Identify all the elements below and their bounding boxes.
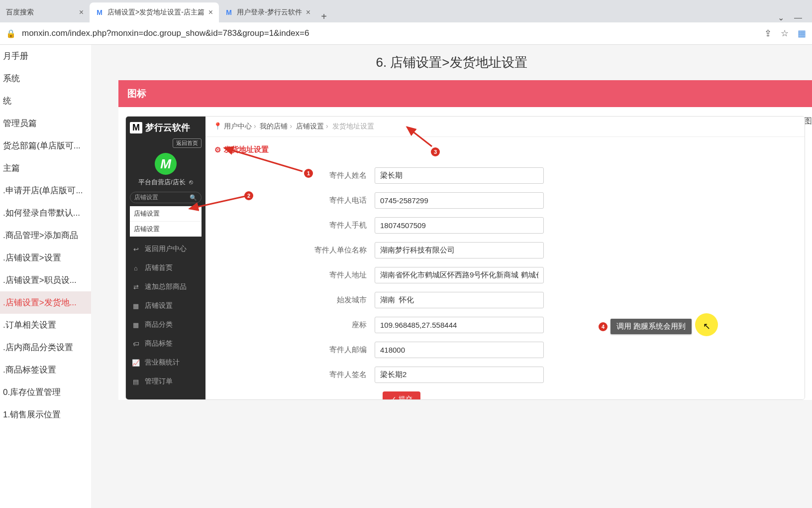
label-signature: 寄件人签名 [205,370,375,380]
cursor-icon: ↖ [703,321,710,332]
annotation-badge-3: 3 [431,147,440,156]
bc-item[interactable]: 用户中心 [224,122,252,130]
doc-item[interactable]: .商品标签设置 [0,359,91,381]
doc-item-active[interactable]: .店铺设置>发货地... [0,291,91,314]
doc-item[interactable]: .商品管理>添加商品 [0,224,91,247]
doc-item[interactable]: 系统 [0,67,91,90]
svg-line-3 [407,127,432,146]
doc-item[interactable]: 管理员篇 [0,112,91,134]
label-postcode: 寄件人邮编 [205,345,375,355]
annotation-badge-4: 4 [599,322,608,331]
submit-button[interactable]: ✓ 提交 [383,391,420,400]
menu-quick-add[interactable]: ⇄速加总部商品 [126,277,205,296]
window-controls: ⌄ — [778,13,812,22]
menu-revenue[interactable]: 📈营业额统计 [126,353,205,372]
menu-store-home[interactable]: ⌂店铺首页 [126,258,205,277]
input-postcode[interactable] [375,342,544,358]
doc-item[interactable]: 主篇 [0,157,91,179]
tag-icon: 🏷 [132,340,140,348]
card-header: 图标 [118,80,812,107]
label-sender-address: 寄件人地址 [205,270,375,280]
doc-item[interactable]: .如何登录自带默认... [0,202,91,224]
app-main: 📍 用户中心› 我的店铺› 店铺设置› 发货地址设置 ⚙ 发货地址设置 寄件人姓… [205,117,805,399]
address-bar: 🔒 monxin.com/index.php?monxin=doc.group_… [0,22,812,45]
browser-tab-strip: 百度搜索 × M 店铺设置>发货地址设置-店主篇 × M 用户登录-梦行云软件 … [0,0,812,22]
close-icon[interactable]: × [79,8,84,17]
chevron-down-icon[interactable]: ⌄ [778,13,784,22]
label-origin-city: 始发城市 [205,295,375,305]
brand-text: 梦行云软件 [145,122,190,133]
doc-item[interactable]: 1.销售展示位置 [0,403,91,426]
url-text[interactable]: monxin.com/index.php?monxin=doc.group_sh… [22,28,758,38]
input-sender-phone[interactable] [375,192,544,209]
doc-item[interactable]: .店铺设置>设置 [0,247,91,269]
lock-icon[interactable]: 🔒 [6,29,16,38]
tab-title: 百度搜索 [6,8,75,17]
app-panel: M 梦行云软件 返回首页 M 平台自营店/店长 ⎋ 店铺设置 🔍 [125,116,805,400]
qr-icon[interactable]: ▦ [798,28,806,39]
annotation-arrow-1 [220,144,305,174]
input-sender-mobile[interactable] [375,217,544,234]
doc-item[interactable]: .申请开店(单店版可... [0,179,91,202]
annotation-arrow-3 [342,124,442,149]
share-icon[interactable]: ⇪ [764,28,772,39]
content-area: 6. 店铺设置>发货地址设置 图标 图 M 梦行云软件 返回首页 M [91,45,812,508]
favicon-icon: M [96,8,103,16]
input-sender-name[interactable] [375,167,544,184]
input-origin-city[interactable] [375,292,544,308]
doc-item[interactable]: 统 [0,90,91,112]
tab-title: 店铺设置>发货地址设置-店主篇 [107,8,204,17]
dropdown-item[interactable]: 店铺设置 [130,222,202,237]
svg-line-5 [190,196,245,209]
grid-icon: ▦ [132,302,140,310]
browser-tab-2[interactable]: M 用户登录-梦行云软件 × [219,2,316,22]
doc-item[interactable]: 0.库存位置管理 [0,381,91,403]
minimize-icon[interactable]: — [794,13,802,22]
app-sidebar: M 梦行云软件 返回首页 M 平台自营店/店长 ⎋ 店铺设置 🔍 [126,117,205,399]
tab-title: 用户登录-梦行云软件 [237,8,302,17]
grid-icon: ▦ [132,321,140,329]
menu-product-cat[interactable]: ▦商品分类 [126,315,205,334]
doc-item[interactable]: .店铺设置>职员设... [0,269,91,291]
input-sender-address[interactable] [375,267,544,283]
bc-item[interactable]: 店铺设置 [296,122,324,130]
close-icon[interactable]: × [208,8,213,17]
chart-icon: 📈 [132,359,140,367]
shuffle-icon: ⇄ [132,283,140,291]
breadcrumb: 📍 用户中心› 我的店铺› 店铺设置› 发货地址设置 [205,117,805,137]
page-title: 6. 店铺设置>发货地址设置 [91,45,812,80]
menu-store-settings[interactable]: ▦店铺设置 [126,296,205,315]
side-menu: ↩返回用户中心 ⌂店铺首页 ⇄速加总部商品 ▦店铺设置 ▦商品分类 🏷商品标签 … [126,240,205,391]
store-name: 平台自营店/店长 ⎋ [126,178,205,190]
browser-tab-0[interactable]: 百度搜索 × [0,2,90,22]
return-icon: ↩ [132,246,140,253]
menu-return-user[interactable]: ↩返回用户中心 [126,240,205,258]
location-icon: 📍 [213,122,222,130]
new-tab-button[interactable]: + [316,11,331,22]
star-icon[interactable]: ☆ [781,28,789,39]
input-coords[interactable] [375,317,544,333]
list-icon: ▤ [132,378,140,385]
menu-product-tag[interactable]: 🏷商品标签 [126,334,205,353]
label-coords: 座标 [205,320,375,330]
label-sender-mobile: 寄件人手机 [205,221,375,230]
doc-sidebar: 月手册 系统 统 管理员篇 货总部篇(单店版可... 主篇 .申请开店(单店版可… [0,45,91,508]
app-logo: M 梦行云软件 [126,117,205,138]
return-home-button[interactable]: 返回首页 [173,138,202,148]
annotation-arrow-2 [186,194,250,214]
annotation-badge-1: 1 [304,169,313,178]
input-signature[interactable] [375,367,544,383]
doc-item[interactable]: .店内商品分类设置 [0,336,91,359]
avatar[interactable]: M [155,153,177,175]
doc-item[interactable]: 货总部篇(单店版可... [0,134,91,157]
close-icon[interactable]: × [306,8,310,17]
form-area: 寄件人姓名 寄件人电话 寄件人手机 寄件人单位名称 寄件人地址 始发城市 座标 … [205,162,805,400]
input-sender-company[interactable] [375,242,544,258]
browser-tab-1[interactable]: M 店铺设置>发货地址设置-店主篇 × [90,2,219,22]
favicon-icon: M [225,8,233,16]
doc-item[interactable]: 月手册 [0,45,91,67]
doc-item[interactable]: .订单相关设置 [0,314,91,336]
logout-icon[interactable]: ⎋ [189,178,193,186]
bc-item[interactable]: 我的店铺 [260,122,288,130]
menu-orders[interactable]: ▤管理订单 [126,372,205,391]
